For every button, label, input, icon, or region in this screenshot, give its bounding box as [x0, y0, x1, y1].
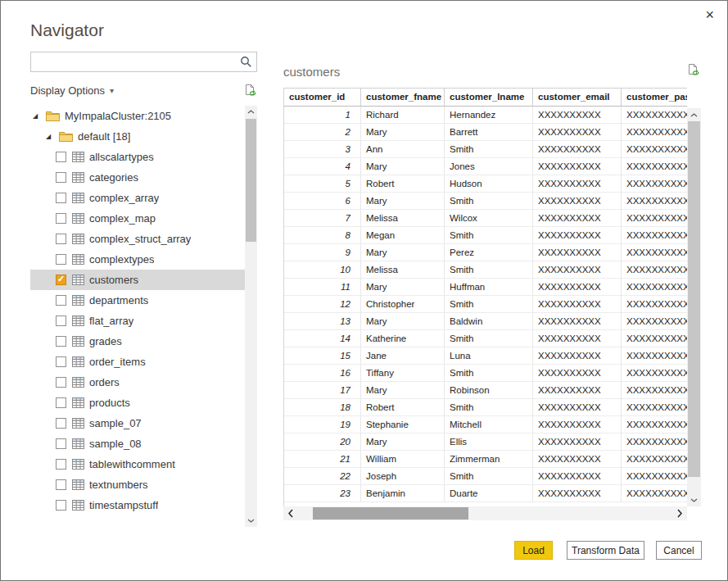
- item-checkbox[interactable]: [56, 152, 66, 162]
- scroll-right-icon[interactable]: [672, 506, 687, 520]
- tree-item[interactable]: sample_07: [30, 413, 245, 433]
- table-cell: Melissa: [361, 210, 445, 226]
- tree-item[interactable]: textnumbers: [30, 474, 245, 495]
- table-row: 6MarySmithXXXXXXXXXXXXXXXXXXXX: [284, 193, 687, 210]
- scroll-down-icon[interactable]: [245, 515, 257, 527]
- table-icon: [72, 479, 84, 490]
- item-checkbox[interactable]: [56, 356, 66, 367]
- expander-icon[interactable]: ◢: [33, 112, 43, 120]
- item-checkbox[interactable]: [56, 336, 66, 347]
- table-cell: Huffman: [445, 279, 533, 295]
- table-cell: Robert: [361, 175, 445, 192]
- table-cell: 5: [284, 175, 361, 192]
- item-checkbox[interactable]: [56, 234, 66, 244]
- column-header-customer_email[interactable]: customer_email: [533, 89, 622, 106]
- scrollbar-thumb[interactable]: [688, 121, 700, 477]
- tree-item[interactable]: orders: [30, 372, 245, 393]
- tree-scrollbar[interactable]: [245, 106, 257, 527]
- preview-table: customer_idcustomer_fnamecustomer_lnamec…: [283, 88, 701, 520]
- table-row: 11MaryHuffmanXXXXXXXXXXXXXXXXXXXX: [284, 279, 687, 296]
- table-horizontal-scrollbar[interactable]: [283, 506, 687, 520]
- item-checkbox[interactable]: [56, 315, 66, 326]
- table-cell: Hudson: [445, 175, 533, 192]
- close-icon[interactable]: ×: [705, 7, 714, 22]
- item-checkbox[interactable]: [56, 418, 66, 429]
- scrollbar-thumb[interactable]: [246, 119, 256, 242]
- tree-item[interactable]: complex_map: [30, 208, 245, 229]
- table-cell: 4: [284, 158, 361, 175]
- tree-item[interactable]: complextypes: [30, 249, 245, 270]
- scroll-up-icon[interactable]: [245, 106, 257, 118]
- tree-item[interactable]: grades: [30, 331, 245, 352]
- tree-item-label: grades: [89, 335, 122, 347]
- item-checkbox[interactable]: [56, 295, 66, 306]
- scroll-down-icon[interactable]: [687, 493, 701, 506]
- table-cell: XXXXXXXXXX: [622, 107, 687, 123]
- refresh-preview-icon[interactable]: [243, 84, 257, 97]
- table-icon: [72, 377, 84, 388]
- tree-item[interactable]: customers: [30, 270, 245, 290]
- table-row: 2MaryBarrettXXXXXXXXXXXXXXXXXXXX: [284, 124, 687, 141]
- tree-node-server[interactable]: ◢ MyImpalaCluster:2105: [30, 106, 245, 126]
- item-checkbox[interactable]: [56, 254, 66, 265]
- table-cell: 3: [284, 141, 361, 157]
- scrollbar-thumb[interactable]: [313, 507, 468, 520]
- table-cell: Smith: [445, 141, 533, 157]
- table-cell: XXXXXXXXXX: [622, 210, 687, 226]
- tree-item[interactable]: categories: [30, 167, 245, 188]
- tree-item-label: departments: [89, 294, 148, 306]
- item-checkbox[interactable]: [56, 479, 66, 490]
- tree-item[interactable]: order_items: [30, 352, 245, 372]
- table-vertical-scrollbar[interactable]: [687, 108, 701, 506]
- table-row: 23BenjaminDuarteXXXXXXXXXXXXXXXXXXXX: [284, 485, 687, 502]
- item-checkbox[interactable]: [56, 193, 66, 203]
- column-header-customer_fname[interactable]: customer_fname: [361, 89, 445, 106]
- table-cell: Stephanie: [361, 416, 445, 433]
- item-checkbox[interactable]: [56, 459, 66, 470]
- tree-item[interactable]: allscalartypes: [30, 147, 245, 167]
- table-row: 19StephanieMitchellXXXXXXXXXXXXXXXXXXXX: [284, 416, 687, 433]
- search-input[interactable]: [31, 52, 235, 71]
- search-icon[interactable]: [236, 52, 256, 71]
- item-checkbox[interactable]: [56, 275, 66, 285]
- scroll-left-icon[interactable]: [283, 506, 298, 520]
- table-row: 16TiffanySmithXXXXXXXXXXXXXXXXXXXX: [284, 365, 687, 382]
- item-checkbox[interactable]: [56, 213, 66, 224]
- transform-data-button[interactable]: Transform Data: [567, 541, 644, 560]
- table-icon: [72, 213, 84, 224]
- column-header-customer_passw[interactable]: customer_passw: [622, 89, 687, 106]
- table-cell: Robert: [361, 399, 445, 415]
- item-checkbox[interactable]: [56, 397, 66, 408]
- tree-item-label: timestampstuff: [89, 499, 158, 511]
- expander-icon[interactable]: ◢: [46, 133, 56, 140]
- column-header-customer_lname[interactable]: customer_lname: [445, 89, 533, 106]
- column-header-customer_id[interactable]: customer_id: [284, 89, 361, 106]
- cancel-button[interactable]: Cancel: [656, 541, 702, 560]
- item-checkbox[interactable]: [56, 438, 66, 449]
- tree-node-database[interactable]: ◢ default [18]: [30, 126, 245, 147]
- item-checkbox[interactable]: [56, 377, 66, 388]
- table-row: 5RobertHudsonXXXXXXXXXXXXXXXXXXXX: [284, 175, 687, 193]
- tree-item[interactable]: products: [30, 393, 245, 413]
- tree-item[interactable]: complex_struct_array: [30, 229, 245, 249]
- tree-item[interactable]: tablewithcomment: [30, 454, 245, 474]
- tree-item[interactable]: flat_array: [30, 311, 245, 331]
- item-checkbox[interactable]: [56, 172, 66, 183]
- tree-item[interactable]: sample_08: [30, 433, 245, 454]
- refresh-preview-icon[interactable]: [686, 63, 700, 76]
- display-options-label[interactable]: Display Options: [30, 84, 105, 97]
- tree-item[interactable]: complex_array: [30, 188, 245, 208]
- tree-item[interactable]: timestampstuff: [30, 495, 245, 515]
- tree-item-label: textnumbers: [89, 479, 148, 491]
- preview-header-row: customer_idcustomer_fnamecustomer_lnamec…: [284, 88, 687, 107]
- table-cell: XXXXXXXXXX: [533, 433, 622, 450]
- table-icon: [72, 315, 84, 326]
- scroll-up-icon[interactable]: [687, 108, 701, 121]
- tree-item[interactable]: departments: [30, 290, 245, 311]
- item-checkbox[interactable]: [56, 500, 66, 511]
- table-cell: XXXXXXXXXX: [533, 416, 622, 433]
- table-cell: XXXXXXXXXX: [533, 330, 622, 347]
- table-cell: XXXXXXXXXX: [622, 158, 687, 175]
- table-cell: Smith: [445, 399, 533, 415]
- load-button[interactable]: Load: [514, 541, 553, 560]
